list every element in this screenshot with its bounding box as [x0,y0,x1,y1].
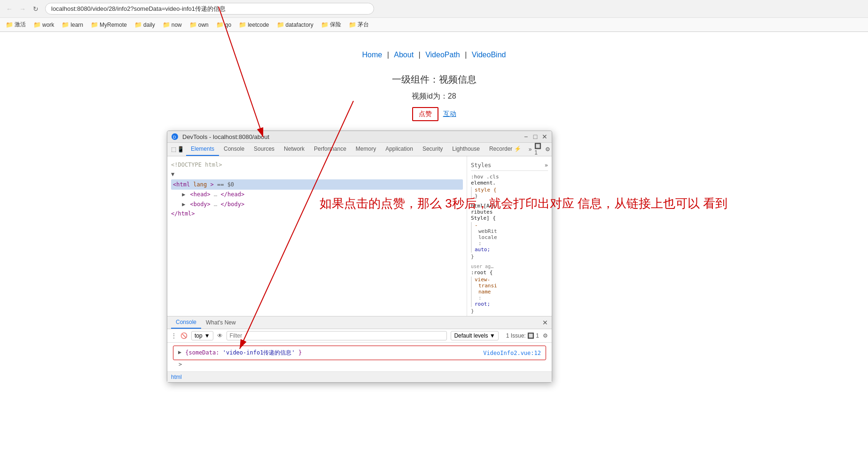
html-attr-block: - webRit locale : auto; [471,222,548,253]
bookmark-label: 激活 [15,21,26,29]
component1-section: 一级组件：视频信息 视频id为：28 点赞 互动 [9,73,859,121]
html-doctype: <!DOCTYPE html> [171,160,463,170]
devtools-close-button[interactable]: ✕ [541,133,548,140]
tab-console[interactable]: Console [219,143,249,156]
tab-memory[interactable]: Memory [351,143,381,156]
body-triangle[interactable]: ▶ [182,200,187,209]
bookmark-label: now [172,22,182,28]
devtools-inspect-icon[interactable]: ⬚ [171,146,176,153]
folder-icon: 📁 [163,21,170,28]
nav-home[interactable]: Home [362,51,383,59]
folder-icon: 📁 [62,21,69,28]
console-eye-icon[interactable]: 👁 [217,332,223,339]
bookmark-insurance[interactable]: 📁 保险 [319,20,343,30]
devtools-tabs: ⬚ 📱 Elements Console Sources Network Per… [167,143,552,156]
html-root: ▼ <html lang > == $0 [171,170,463,190]
breadcrumb-html[interactable]: html [171,374,182,380]
bookmark-daily[interactable]: 📁 daily [133,20,157,29]
devtools-bottom-panel: Console What's New ✕ ⋮ 🚫 top ▼ 👁 Default… [167,316,552,382]
nav-videopath[interactable]: VideoPath [425,51,460,59]
console-menu-icon[interactable]: ⋮ [171,332,177,339]
console-context-select[interactable]: top ▼ [191,331,213,340]
nav-links: Home | About | VideoPath | VideoBind [9,41,859,73]
console-output: ▶ {someData: 'video-info1传递的信息' } VideoI… [167,343,552,371]
devtools-body: <!DOCTYPE html> ▼ <html lang > == $0 ▶ <… [167,156,552,316]
reload-button[interactable]: ↻ [30,3,41,15]
tab-network[interactable]: Network [279,143,309,156]
devtools-settings-icon[interactable]: ⚙ [545,146,550,153]
tab-sources[interactable]: Sources [249,143,279,156]
bookmark-激活[interactable]: 📁 激活 [4,20,28,30]
bookmark-label: MyRemote [100,22,127,28]
folder-icon: 📁 [6,21,13,28]
nav-about[interactable]: About [394,51,414,59]
context-label: top [195,332,203,339]
styles-expand-icon[interactable]: » [545,162,548,169]
console-entry-text: {someData: 'video-info1传递的信息' } [185,349,302,357]
like-button[interactable]: 点赞 [412,107,438,121]
devtools-page-indicator: 🔲 1 [534,143,541,156]
console-entry: ▶ {someData: 'video-info1传递的信息' } VideoI… [173,346,546,360]
devtools-titlebar: D DevTools - localhost:8080/about − □ ✕ [167,131,552,143]
console-entry-expand[interactable]: ▶ [178,349,181,355]
bookmark-own[interactable]: 📁 own [188,20,211,29]
back-button[interactable]: ← [4,3,15,15]
console-prompt: > [173,360,546,369]
bookmark-work[interactable]: 📁 work [31,20,56,29]
devtools-minimize-button[interactable]: − [523,133,529,140]
folder-icon: 📁 [349,21,356,28]
bookmark-label: learn [70,22,83,28]
bottom-tab-console[interactable]: Console [171,316,201,329]
console-source-link[interactable]: VideoInfo2.vue:12 [483,350,541,356]
address-bar-container [45,3,374,15]
devtools-device-icon[interactable]: 📱 [177,146,184,153]
html-attr-selector: html[Att ributes Style] { [471,203,548,221]
console-clear-button[interactable]: 🚫 [180,332,188,339]
bottom-tab-whats-new[interactable]: What's New [201,317,241,328]
html-head: ▶ <head> … </head> [171,190,463,199]
devtools-tab-right: 🔲 1 ⚙ ⋮ [534,143,552,156]
tab-security[interactable]: Security [418,143,447,156]
bookmark-label: own [198,22,209,28]
devtools-maximize-button[interactable]: □ [532,133,539,140]
devtools-bottom-close-button[interactable]: ✕ [542,319,548,326]
context-dropdown-icon: ▼ [204,332,210,339]
console-settings-button[interactable]: ⚙ [543,332,548,339]
devtools-window: D DevTools - localhost:8080/about − □ ✕ … [167,131,552,383]
bookmark-learn[interactable]: 📁 learn [60,20,85,29]
forward-button[interactable]: → [17,3,28,15]
tab-more-button[interactable]: » [526,143,535,155]
bookmark-datafactory[interactable]: 📁 datafactory [275,20,315,29]
bookmark-label: go [225,22,231,28]
tab-performance[interactable]: Performance [309,143,351,156]
style-section-html-attr: html[Att ributes Style] { - webRit local… [471,203,548,260]
folder-icon: 📁 [277,21,284,28]
styles-header: Styles » [471,160,548,171]
bookmark-label: datafactory [286,22,313,28]
bookmark-label: daily [143,22,155,28]
element-style-block: style { } [471,187,548,199]
console-level-select[interactable]: Default levels ▼ [451,331,498,340]
bookmark-maotai[interactable]: 📁 茅台 [347,20,371,30]
tab-recorder[interactable]: Recorder ⚡ [485,143,526,156]
action-buttons: 点赞 互动 [9,107,859,121]
address-bar[interactable] [51,5,368,12]
html-triangle[interactable]: ▼ [171,170,176,179]
bookmark-myremote[interactable]: 📁 MyRemote [89,20,129,29]
tab-elements[interactable]: Elements [186,143,219,156]
folder-icon: 📁 [321,21,328,28]
bookmark-go[interactable]: 📁 go [214,20,233,29]
bookmark-now[interactable]: 📁 now [161,20,184,29]
hover-cls-label: :hov .cls [471,174,548,180]
folder-icon: 📁 [33,21,41,28]
tab-lighthouse[interactable]: Lighthouse [447,143,485,156]
interact-button[interactable]: 互动 [443,107,456,121]
bookmark-label: leetcode [248,22,269,28]
console-right-tools: Default levels ▼ 1 Issue: 🔲 1 ⚙ [451,331,548,340]
tab-application[interactable]: Application [381,143,418,156]
console-filter-input[interactable] [227,331,447,340]
root-block: view- transi name : root; [471,277,548,307]
nav-videobind[interactable]: VideoBind [472,51,506,59]
bookmark-leetcode[interactable]: 📁 leetcode [237,20,271,29]
head-triangle[interactable]: ▶ [182,190,187,199]
